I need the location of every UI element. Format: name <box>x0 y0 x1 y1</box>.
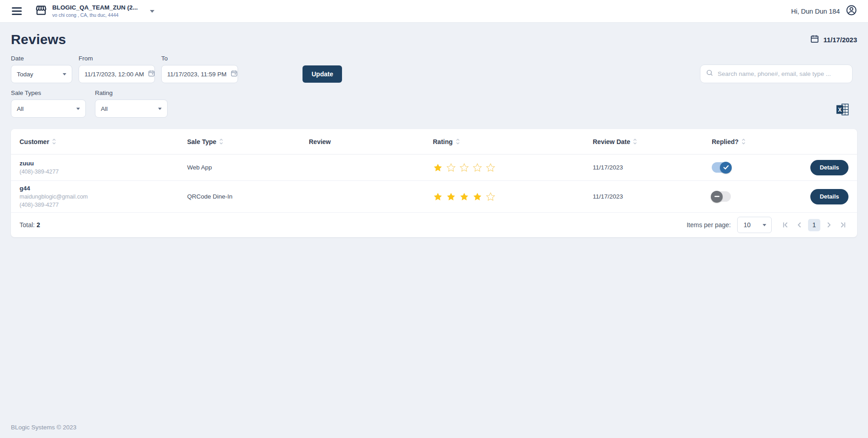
customer-phone: (408)-389-4277 <box>20 202 187 208</box>
column-header-review-date[interactable]: Review Date <box>593 138 712 145</box>
column-label: Customer <box>20 138 49 145</box>
details-button[interactable]: Details <box>810 189 848 204</box>
review-date-cell: 11/17/2023 <box>593 193 712 200</box>
items-per-page-select[interactable]: 10 <box>737 217 772 233</box>
sort-icon <box>52 139 56 144</box>
replied-toggle[interactable] <box>712 191 731 202</box>
chevron-down-icon <box>63 73 66 75</box>
replied-toggle[interactable] <box>712 162 731 173</box>
table-footer: Total:2 Items per page: 10 1 <box>11 213 857 237</box>
sale-type-cell: Web App <box>187 164 309 171</box>
previous-page-button[interactable] <box>794 219 805 230</box>
column-label: Sale Type <box>187 138 216 145</box>
topbar: BLOGIC_QA_TEAM_ZUN (2... vo chi cong , C… <box>0 0 868 23</box>
toggle-thumb <box>711 191 723 203</box>
sale-types-label: Sale Types <box>11 90 86 96</box>
column-header-customer[interactable]: Customer <box>20 138 187 145</box>
to-datetime-value: 11/17/2023, 11:59 PM <box>167 71 227 78</box>
rating-stars <box>433 163 593 173</box>
chevron-down-icon <box>76 108 80 110</box>
date-filter-label: Date <box>11 55 72 62</box>
search-box <box>700 65 853 83</box>
excel-icon: X <box>836 104 849 115</box>
star-filled-icon <box>472 192 482 202</box>
calendar-icon[interactable] <box>148 70 155 79</box>
column-header-replied-[interactable]: Replied? <box>712 138 808 145</box>
customer-cell: g44 maidungblogic@gmail.com (408)-389-42… <box>20 185 187 208</box>
rating-filter-value: All <box>101 105 108 112</box>
toggle-thumb <box>720 162 732 174</box>
star-empty-icon <box>486 192 496 202</box>
user-greeting: Hi, Dun Dun 184 <box>791 8 840 15</box>
next-page-button[interactable] <box>823 219 834 230</box>
review-date-cell: 11/17/2023 <box>593 164 712 171</box>
column-header-rating[interactable]: Rating <box>433 138 593 145</box>
user-account-icon[interactable] <box>846 5 857 18</box>
to-datetime-input[interactable]: 11/17/2023, 11:59 PM <box>161 65 238 83</box>
customer-email: maidungblogic@gmail.com <box>20 194 187 200</box>
star-empty-icon <box>472 163 482 173</box>
current-page-indicator[interactable]: 1 <box>808 219 820 231</box>
export-excel-button[interactable]: X <box>835 103 850 118</box>
svg-text:X: X <box>838 107 842 113</box>
column-header-review: Review <box>309 138 433 145</box>
items-per-page-label: Items per page: <box>687 221 731 229</box>
column-label: Rating <box>433 138 453 145</box>
store-address: vo chi cong , CA, thu duc, 4444 <box>52 12 138 18</box>
sale-types-value: All <box>17 105 24 112</box>
from-label: From <box>79 55 155 62</box>
star-empty-icon <box>459 163 469 173</box>
star-empty-icon <box>486 163 496 173</box>
sort-icon <box>219 139 223 144</box>
details-button[interactable]: Details <box>810 160 848 175</box>
total-label: Total: <box>20 221 35 229</box>
table-body: zuuu (408)-389-4277 Web App 11/17/2023 D… <box>11 154 857 213</box>
sale-types-select[interactable]: All <box>11 100 86 118</box>
to-label: To <box>161 55 238 62</box>
main-content: Reviews 11/17/2023 Date Today From 11/17… <box>0 23 868 424</box>
star-filled-icon <box>446 192 456 202</box>
from-datetime-value: 11/17/2023, 12:00 AM <box>84 71 144 78</box>
date-filter-value: Today <box>17 71 33 78</box>
check-icon <box>723 165 729 170</box>
store-name: BLOGIC_QA_TEAM_ZUN (2... <box>52 4 138 12</box>
customer-phone: (408)-389-4277 <box>20 169 187 175</box>
page-title: Reviews <box>11 32 66 47</box>
chevron-down-icon <box>150 10 154 13</box>
column-label: Review Date <box>593 138 630 145</box>
calendar-icon[interactable] <box>230 70 238 79</box>
rating-filter-select[interactable]: All <box>95 100 168 118</box>
rating-stars <box>433 192 593 202</box>
customer-cell: zuuu (408)-389-4277 <box>20 160 187 175</box>
sort-icon <box>633 139 637 144</box>
customer-name-link[interactable]: zuuu <box>20 160 34 167</box>
search-input[interactable] <box>718 70 847 77</box>
first-page-button[interactable] <box>780 219 791 230</box>
menu-icon[interactable] <box>11 5 23 17</box>
sale-type-cell: QRCode Dine-In <box>187 193 309 200</box>
chevron-down-icon <box>158 108 162 110</box>
copyright-footer: BLogic Systems © 2023 <box>0 424 868 438</box>
star-filled-icon <box>433 192 443 202</box>
last-page-button[interactable] <box>838 219 848 230</box>
storefront-icon <box>35 4 47 18</box>
search-icon <box>706 69 714 79</box>
date-filter-select[interactable]: Today <box>11 65 72 83</box>
table-header-row: CustomerSale TypeReviewRatingReview Date… <box>11 129 857 154</box>
total-value: 2 <box>36 221 40 229</box>
star-filled-icon <box>459 192 469 202</box>
from-datetime-input[interactable]: 11/17/2023, 12:00 AM <box>79 65 155 83</box>
update-button[interactable]: Update <box>303 65 342 83</box>
column-label: Replied? <box>712 138 739 145</box>
sort-icon <box>742 139 745 144</box>
table-row: g44 maidungblogic@gmail.com (408)-389-42… <box>11 181 857 213</box>
header-date-picker[interactable]: 11/17/2023 <box>810 34 857 45</box>
column-header-sale-type[interactable]: Sale Type <box>187 138 309 145</box>
total-count: Total:2 <box>20 221 40 229</box>
chevron-down-icon <box>763 224 766 226</box>
customer-name-link[interactable]: g44 <box>20 185 30 192</box>
star-filled-icon <box>433 163 443 173</box>
column-label: Review <box>309 138 331 145</box>
calendar-icon <box>810 34 819 45</box>
store-selector[interactable]: BLOGIC_QA_TEAM_ZUN (2... vo chi cong , C… <box>35 4 154 18</box>
